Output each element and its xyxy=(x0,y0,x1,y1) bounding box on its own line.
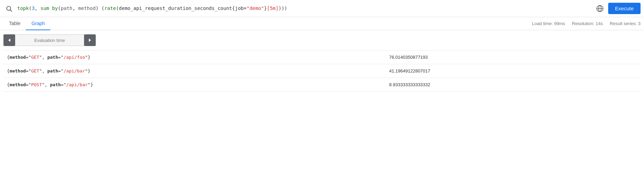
svg-marker-6 xyxy=(89,38,91,42)
tab-table[interactable]: Table xyxy=(3,17,26,30)
results-table: {method="GET", path="/api/foo"} 76.01403… xyxy=(3,50,641,92)
eval-time-row: Evaluation time xyxy=(3,34,641,46)
execute-button[interactable]: Execute xyxy=(608,3,641,14)
row-label: {method="GET", path="/api/foo"} xyxy=(3,50,386,64)
table-content: Evaluation time {method="GET", path="/ap… xyxy=(0,30,644,92)
result-series: Result series: 3 xyxy=(610,21,641,26)
prev-time-button[interactable] xyxy=(3,34,15,46)
row-label: {method="GET", path="/api/bar"} xyxy=(3,64,386,78)
tabs: Table Graph xyxy=(3,17,50,30)
evaluation-time-label: Evaluation time xyxy=(15,34,84,46)
row-label: {method="POST", path="/api/bar"} xyxy=(3,78,386,92)
meta-info: Load time: 99ms Resolution: 14s Result s… xyxy=(532,21,641,26)
resolution: Resolution: 14s xyxy=(572,21,603,26)
svg-marker-5 xyxy=(8,38,10,42)
row-value: 41.19649122807017 xyxy=(386,64,641,78)
tab-graph[interactable]: Graph xyxy=(26,17,50,30)
table-row: {method="GET", path="/api/bar"} 41.19649… xyxy=(3,64,641,78)
globe-icon[interactable] xyxy=(594,3,605,14)
tabs-area: Table Graph Load time: 99ms Resolution: … xyxy=(0,17,644,30)
svg-line-1 xyxy=(10,10,12,11)
row-value: 8.933333333333332 xyxy=(386,78,641,92)
search-icon xyxy=(3,3,14,14)
next-time-button[interactable] xyxy=(84,34,96,46)
table-row: {method="POST", path="/api/bar"} 8.93333… xyxy=(3,78,641,92)
query-bar: topk(3, sum by(path, method) (rate(demo_… xyxy=(0,0,644,17)
row-value: 76.0140350877193 xyxy=(386,50,641,64)
table-row: {method="GET", path="/api/foo"} 76.01403… xyxy=(3,50,641,64)
query-input[interactable]: topk(3, sum by(path, method) (rate(demo_… xyxy=(17,5,592,12)
load-time: Load time: 99ms xyxy=(532,21,565,26)
